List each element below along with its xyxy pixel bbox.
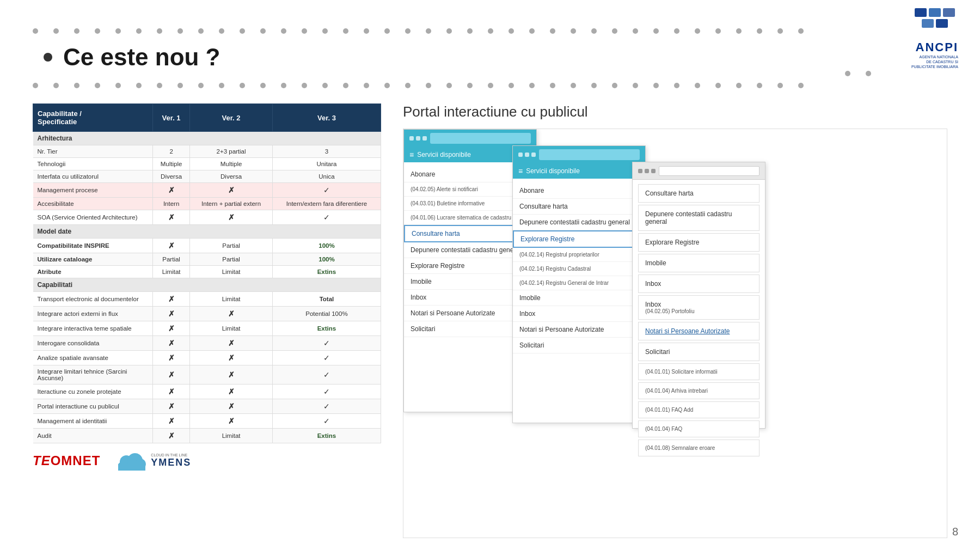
header-dot xyxy=(409,136,414,141)
col-header-ver1: Ver. 1 xyxy=(153,104,190,132)
section-row-model-date: Model date xyxy=(33,225,381,239)
bottom-logos: TeomneT CLOUD IN THE LINE YMENS xyxy=(33,450,381,472)
row-label: Portal interactiune cu publicul xyxy=(33,399,153,414)
table-row: Interogare consolidata ✗ ✗ ✓ xyxy=(33,336,381,351)
row-label: Integrare limitari tehnice (Sarcini Ascu… xyxy=(33,365,153,385)
row-v3: Intern/extern fara diferentiere xyxy=(272,198,381,210)
teamnet-logo: TeomneT xyxy=(33,453,100,468)
section-header: Model date xyxy=(33,225,381,239)
row-label: Management procese xyxy=(33,183,153,198)
row-v3: Unitara xyxy=(272,158,381,170)
section-header: Capabilitati xyxy=(33,278,381,292)
panel-item-imobile[interactable]: Imobile xyxy=(638,254,759,272)
browser-address-bar xyxy=(430,133,531,144)
svg-rect-1 xyxy=(929,8,941,17)
panel-item-depunere[interactable]: Depunere contestatii cadastru general xyxy=(638,205,759,231)
table-row: Iteractiune cu zonele protejate ✗ ✗ ✓ xyxy=(33,385,381,399)
row-label: Iteractiune cu zonele protejate xyxy=(33,385,153,399)
row-v3: Extins xyxy=(272,429,381,443)
panel-item-faq[interactable]: (04.01.04) FAQ xyxy=(638,420,759,437)
row-label: SOA (Service Oriented Architecture) xyxy=(33,210,153,225)
row-v3: ✓ xyxy=(272,351,381,365)
ymens-subline: CLOUD IN THE LINE xyxy=(151,453,191,457)
table-row: SOA (Service Oriented Architecture) ✗ ✗ … xyxy=(33,210,381,225)
row-label: Analize spatiale avansate xyxy=(33,351,153,365)
row-v1: ✗ xyxy=(153,183,190,198)
menu-item-reg-cadastral[interactable]: (04.02.14) Registru Cadastral xyxy=(513,262,645,276)
portal-title: Portal interactiune cu publicul xyxy=(403,103,947,120)
row-v1: ✗ xyxy=(153,414,190,429)
table-row: Audit ✗ Limitat Extins xyxy=(33,429,381,443)
header-dot xyxy=(645,169,649,173)
col-header-ver2: Ver. 2 xyxy=(190,104,273,132)
panel-item-faq-add[interactable]: (04.01.01) FAQ Add xyxy=(638,401,759,418)
panel-item-notari[interactable]: Notari si Persoane Autorizate xyxy=(638,322,759,340)
panel-item-arhiva[interactable]: (04.01.04) Arhiva intrebari xyxy=(638,382,759,399)
panel-item-inbox[interactable]: Inbox xyxy=(638,274,759,293)
portal-layers: ≡ Servicii disponibile Abonare (04.02.05… xyxy=(403,129,947,538)
row-label: Transport electronic al documentelor xyxy=(33,292,153,307)
panel-item-solicitari[interactable]: Solicitari xyxy=(638,343,759,361)
row-v1: Diversa xyxy=(153,170,190,183)
row-label: Tehnologii xyxy=(33,158,153,170)
header-dot xyxy=(638,169,642,173)
menu-item-inbox-2[interactable]: Inbox xyxy=(513,306,645,322)
row-v1: ✗ xyxy=(153,365,190,385)
menu-item-reg-prop[interactable]: (04.02.14) Registrul proprietarilor xyxy=(513,248,645,262)
menu-item-reg-general[interactable]: (04.02.14) Registru General de Intrar xyxy=(513,276,645,290)
row-label: Integrare actori externi in flux xyxy=(33,307,153,321)
row-v3: 100% xyxy=(272,253,381,266)
row-v3: Extins xyxy=(272,266,381,278)
header-dot xyxy=(531,152,536,157)
header-dots xyxy=(638,169,656,173)
main-content: Capabilitate /Specificatie Ver. 1 Ver. 2… xyxy=(0,103,980,549)
row-label: Interfata cu utilizatorul xyxy=(33,170,153,183)
page-title: Ce este nou ? xyxy=(44,44,220,71)
row-v1: 2 xyxy=(153,145,190,158)
panel-item-inbox-portofoliu[interactable]: Inbox (04.02.05) Portofoliu xyxy=(638,295,759,320)
header-dot xyxy=(422,136,427,141)
menu-item-solicitari-2[interactable]: Solicitari xyxy=(513,338,645,353)
panel-item-semnalare[interactable]: (04.01.08) Semnalare eroare xyxy=(638,440,759,456)
ancpi-logo: ANCPI AGENTIA NATIONALADE CADASTRU SIPUB… xyxy=(871,8,958,63)
browser-address-bar xyxy=(659,166,759,176)
ancpi-name: ANCPI xyxy=(871,40,958,54)
hamburger-icon: ≡ xyxy=(518,167,523,175)
page-number: 8 xyxy=(952,526,958,538)
row-label: Compatibilitate INSPIRE xyxy=(33,239,153,253)
menu-item-abonare-2[interactable]: Abonare xyxy=(513,183,645,199)
row-v2: Limitat xyxy=(190,321,273,336)
table-row: Nr. Tier 2 2+3 partial 3 xyxy=(33,145,381,158)
svg-rect-2 xyxy=(943,8,955,17)
menu-item-consultare-2[interactable]: Consultare harta xyxy=(513,199,645,215)
ymens-text-group: CLOUD IN THE LINE YMENS xyxy=(151,453,191,468)
row-v3: ✓ xyxy=(272,336,381,351)
menu-item-notari-2[interactable]: Notari si Persoane Autorizate xyxy=(513,322,645,338)
row-v1: ✗ xyxy=(153,321,190,336)
panel-item-consultare[interactable]: Consultare harta xyxy=(638,184,759,203)
panel-item-sol-info[interactable]: (04.01.01) Solicitare informatii xyxy=(638,363,759,380)
row-v2: Limitat xyxy=(190,429,273,443)
table-row: Tehnologii Multiple Multiple Unitara xyxy=(33,158,381,170)
menu-item-imobile-2[interactable]: Imobile xyxy=(513,290,645,306)
row-v1: ✗ xyxy=(153,351,190,365)
capability-table-section: Capabilitate /Specificatie Ver. 1 Ver. 2… xyxy=(33,103,381,538)
col-header-ver3: Ver. 3 xyxy=(272,104,381,132)
row-v1: ✗ xyxy=(153,429,190,443)
menu-item-explorare-2[interactable]: Explorare Registre xyxy=(513,230,645,248)
row-v3: Potential 100% xyxy=(272,307,381,321)
row-v2: 2+3 partial xyxy=(190,145,273,158)
row-v3: Extins xyxy=(272,321,381,336)
row-label: Integrare interactiva teme spatiale xyxy=(33,321,153,336)
svg-rect-9 xyxy=(118,464,145,471)
ancpi-subtext: AGENTIA NATIONALADE CADASTRU SIPUBLICITA… xyxy=(871,54,958,69)
row-v2: Limitat xyxy=(190,266,273,278)
menu-item-depunere-2[interactable]: Depunere contestatii cadastru general xyxy=(513,215,645,230)
table-row: Portal interactiune cu publicul ✗ ✗ ✓ xyxy=(33,399,381,414)
portal-layer-2: ≡ Servicii disponibile Abonare Consultar… xyxy=(512,145,646,423)
row-v2: ✗ xyxy=(190,336,273,351)
panel-item-explorare[interactable]: Explorare Registre xyxy=(638,233,759,252)
ymens-logo: CLOUD IN THE LINE YMENS xyxy=(117,450,191,472)
row-v1: Multiple xyxy=(153,158,190,170)
portal-container: ≡ Servicii disponibile Abonare (04.02.05… xyxy=(403,129,947,538)
